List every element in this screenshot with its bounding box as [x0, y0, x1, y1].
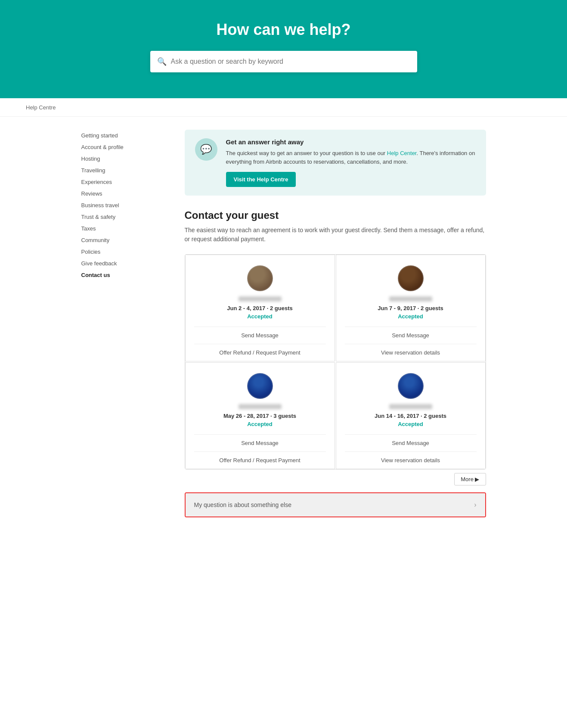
card-actions-1: Send Message Offer Refund / Request Paym…	[194, 327, 326, 361]
search-input[interactable]	[171, 58, 410, 65]
sidebar-item-give-feedback[interactable]: Give feedback	[81, 258, 167, 269]
guest-status-4: Accepted	[345, 421, 477, 427]
guest-avatar-1	[247, 265, 273, 291]
guest-card-1: Jun 2 - 4, 2017 · 2 guests Accepted Send…	[185, 255, 335, 361]
sidebar-item-taxes[interactable]: Taxes	[81, 223, 167, 234]
guest-status-1: Accepted	[194, 313, 326, 320]
section-description: The easiest way to reach an agreement is…	[185, 226, 486, 244]
sidebar-item-business-travel[interactable]: Business travel	[81, 199, 167, 211]
offer-refund-btn-1[interactable]: Offer Refund / Request Payment	[194, 344, 326, 361]
something-else-box: My question is about something else ›	[185, 492, 486, 517]
more-row: More ▶	[185, 473, 486, 485]
breadcrumb-label: Help Centre	[26, 104, 56, 111]
section-title: Contact your guest	[185, 209, 486, 221]
card-actions-4: Send Message View reservation details	[345, 434, 477, 469]
breadcrumb: Help Centre	[0, 98, 567, 117]
view-reservation-btn-2[interactable]: View reservation details	[345, 344, 477, 361]
info-box-body: Get an answer right away The quickest wa…	[226, 138, 476, 187]
sidebar-item-account-profile[interactable]: Account & profile	[81, 141, 167, 153]
offer-refund-btn-3[interactable]: Offer Refund / Request Payment	[194, 451, 326, 469]
guest-avatar-2	[398, 265, 424, 291]
search-bar: 🔍	[150, 51, 417, 72]
guest-dates-2: Jun 7 - 9, 2017 · 2 guests	[345, 305, 477, 311]
sidebar-item-contact-us[interactable]: Contact us	[81, 269, 167, 281]
card-actions-3: Send Message Offer Refund / Request Paym…	[194, 434, 326, 469]
guest-name-blur-1	[239, 296, 282, 302]
info-box: 💬 Get an answer right away The quickest …	[185, 130, 486, 196]
guest-dates-4: Jun 14 - 16, 2017 · 2 guests	[345, 413, 477, 419]
chat-icon: 💬	[195, 138, 217, 161]
guest-status-2: Accepted	[345, 313, 477, 320]
sidebar-item-policies[interactable]: Policies	[81, 246, 167, 258]
guest-card-4: Jun 14 - 16, 2017 · 2 guests Accepted Se…	[336, 362, 486, 469]
send-message-btn-1[interactable]: Send Message	[194, 327, 326, 344]
guest-name-blur-2	[389, 296, 432, 302]
guest-card-2: Jun 7 - 9, 2017 · 2 guests Accepted Send…	[336, 255, 486, 361]
guest-avatar-4	[398, 373, 424, 399]
more-button[interactable]: More ▶	[454, 473, 486, 485]
guest-name-blur-3	[239, 404, 282, 409]
guest-dates-3: May 26 - 28, 2017 · 3 guests	[194, 413, 326, 419]
something-else-button[interactable]: My question is about something else ›	[186, 493, 485, 516]
info-box-title: Get an answer right away	[226, 138, 476, 146]
chevron-right-icon: ›	[474, 501, 476, 509]
send-message-btn-2[interactable]: Send Message	[345, 327, 477, 344]
send-message-btn-3[interactable]: Send Message	[194, 435, 326, 451]
sidebar-item-experiences[interactable]: Experiences	[81, 176, 167, 188]
sidebar: Getting started Account & profile Hostin…	[81, 130, 167, 517]
guest-card-3: May 26 - 28, 2017 · 3 guests Accepted Se…	[185, 362, 335, 469]
guest-name-blur-4	[389, 404, 432, 409]
hero-section: How can we help? 🔍	[0, 0, 567, 98]
help-center-link[interactable]: Help Center	[387, 150, 417, 156]
sidebar-item-getting-started[interactable]: Getting started	[81, 130, 167, 141]
send-message-btn-4[interactable]: Send Message	[345, 435, 477, 451]
something-else-label: My question is about something else	[194, 501, 291, 508]
content-area: 💬 Get an answer right away The quickest …	[185, 130, 486, 517]
sidebar-item-reviews[interactable]: Reviews	[81, 188, 167, 199]
guest-dates-1: Jun 2 - 4, 2017 · 2 guests	[194, 305, 326, 311]
visit-help-centre-button[interactable]: Visit the Help Centre	[226, 172, 296, 187]
sidebar-item-community[interactable]: Community	[81, 234, 167, 246]
hero-title: How can we help?	[9, 21, 558, 39]
card-actions-2: Send Message View reservation details	[345, 327, 477, 361]
info-box-text: The quickest way to get an answer to you…	[226, 149, 476, 166]
search-icon: 🔍	[157, 57, 167, 66]
sidebar-item-travelling[interactable]: Travelling	[81, 165, 167, 176]
guest-cards-grid: Jun 2 - 4, 2017 · 2 guests Accepted Send…	[185, 254, 486, 470]
sidebar-item-trust-safety[interactable]: Trust & safety	[81, 211, 167, 223]
guest-status-3: Accepted	[194, 421, 326, 427]
view-reservation-btn-4[interactable]: View reservation details	[345, 451, 477, 469]
guest-avatar-3	[247, 373, 273, 399]
main-layout: Getting started Account & profile Hostin…	[73, 130, 495, 517]
sidebar-item-hosting[interactable]: Hosting	[81, 153, 167, 165]
